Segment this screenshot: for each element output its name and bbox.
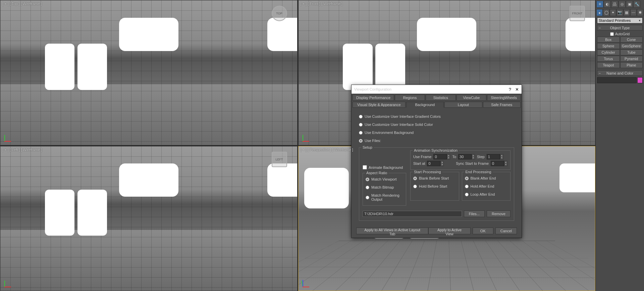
tab-viewcube[interactable]: ViewCube xyxy=(457,95,487,101)
viewport-top[interactable]: [ + ] [ Top ] [ Wireframe ] TOP xyxy=(0,0,298,145)
axis-gizmo xyxy=(4,132,14,142)
cancel-button[interactable]: Cancel xyxy=(495,228,517,234)
panel-tabs: ✳ ◐ 品 ◎ ▣ 🔧 xyxy=(596,0,644,8)
tab-statistics[interactable]: Statistics xyxy=(426,95,456,101)
motion-tab-icon[interactable]: ◎ xyxy=(619,1,626,8)
tab-regions[interactable]: Regions xyxy=(395,95,425,101)
to-spinner[interactable] xyxy=(458,154,472,159)
radio-blank-before[interactable] xyxy=(413,177,417,180)
radio-blank-after[interactable] xyxy=(465,177,469,180)
axis-gizmo xyxy=(303,132,313,142)
object-type-rollout[interactable]: Object Type xyxy=(597,25,643,31)
start-at-spinner[interactable] xyxy=(427,161,440,166)
viewport-front-label[interactable]: [ + ] [ Front ] [ Wireframe ] xyxy=(301,2,343,6)
radio-use-files[interactable] xyxy=(359,139,363,143)
apply-active-view-button[interactable]: Apply to Active View xyxy=(428,228,471,234)
tab-layout[interactable]: Layout xyxy=(444,102,482,108)
setup-group: Setup Animate Background Aspect Ratio Ma… xyxy=(359,147,514,221)
ok-button[interactable]: OK xyxy=(473,228,493,234)
plane-button[interactable]: Plane xyxy=(620,62,643,68)
torus-button[interactable]: Torus xyxy=(597,56,620,62)
radio-environment[interactable] xyxy=(359,131,363,135)
shapes-icon[interactable]: ◯ xyxy=(603,9,609,16)
helpers-icon[interactable]: ▦ xyxy=(624,9,630,16)
radio-solid[interactable] xyxy=(359,123,363,127)
object-color-swatch[interactable] xyxy=(637,77,643,83)
name-color-rollout[interactable]: Name and Color xyxy=(597,70,643,76)
tab-display-performance[interactable]: Display Performance xyxy=(353,95,394,101)
spacewarps-icon[interactable]: 〰 xyxy=(630,9,637,16)
cone-button[interactable]: Cone xyxy=(620,37,643,43)
tab-visual-style[interactable]: Visual Style & Appearance xyxy=(353,102,406,108)
teapot-button[interactable]: Teapot xyxy=(597,62,620,68)
animate-background-checkbox[interactable] xyxy=(363,165,367,169)
object-name-input[interactable] xyxy=(597,77,637,83)
dialog-title: Viewport Configuration xyxy=(354,87,391,91)
apply-all-views-button[interactable]: Apply to All Views in Active Layout Tab xyxy=(356,228,428,234)
tube-button[interactable]: Tube xyxy=(620,49,643,55)
display-tab-icon[interactable]: ▣ xyxy=(626,1,633,8)
viewport-left[interactable]: [ + ] [ Left ] [ Wireframe ] LEFT xyxy=(0,146,298,291)
spinner-arrows[interactable] xyxy=(440,161,444,166)
help-icon[interactable]: ? xyxy=(509,87,511,92)
create-tab-icon[interactable]: ✳ xyxy=(596,1,603,8)
axis-gizmo xyxy=(4,277,14,287)
geometry-icon[interactable]: ● xyxy=(596,9,603,16)
create-subtabs: ● ◯ ✦ 📷 ▦ 〰 ✱ xyxy=(596,8,644,17)
viewport-configuration-dialog: Viewport Configuration ? ✕ Display Perfo… xyxy=(351,85,522,238)
pyramid-button[interactable]: Pyramid xyxy=(620,56,643,62)
geosphere-button[interactable]: GeoSphere xyxy=(620,43,643,49)
tab-background[interactable]: Background xyxy=(406,102,444,108)
radio-hold-before[interactable] xyxy=(413,185,417,188)
sphere-button[interactable]: Sphere xyxy=(597,43,620,49)
remove-button[interactable]: Remove xyxy=(487,210,511,217)
file-path-input[interactable] xyxy=(363,211,462,217)
radio-gradient[interactable] xyxy=(359,115,363,118)
tab-steeringwheels[interactable]: SteeringWheels xyxy=(487,95,521,101)
spinner-arrows[interactable] xyxy=(447,154,450,159)
viewport-perspective-label[interactable]: [ + ] [ Perspective ] [ Wireframe ] xyxy=(301,148,353,152)
utilities-tab-icon[interactable]: 🔧 xyxy=(633,1,640,8)
radio-match-bitmap[interactable] xyxy=(366,186,369,189)
modify-tab-icon[interactable]: ◐ xyxy=(604,1,611,8)
spinner-arrows[interactable] xyxy=(472,154,475,159)
spinner-arrows[interactable] xyxy=(500,154,503,159)
radio-match-viewport[interactable] xyxy=(366,178,369,181)
viewport-left-label[interactable]: [ + ] [ Left ] [ Wireframe ] xyxy=(2,148,42,152)
cameras-icon[interactable]: 📷 xyxy=(616,9,623,16)
step-spinner[interactable] xyxy=(487,154,500,159)
spinner-arrows[interactable] xyxy=(504,161,507,166)
radio-loop-after[interactable] xyxy=(465,193,469,196)
dialog-titlebar[interactable]: Viewport Configuration ? ✕ xyxy=(352,85,522,94)
radio-hold-after[interactable] xyxy=(465,185,469,188)
cylinder-button[interactable]: Cylinder xyxy=(597,49,620,55)
category-dropdown[interactable]: Standard Primitives xyxy=(597,17,643,23)
hierarchy-tab-icon[interactable]: 品 xyxy=(611,1,618,8)
files-button[interactable]: Files... xyxy=(464,210,485,217)
lights-icon[interactable]: ✦ xyxy=(610,9,616,16)
use-frame-spinner[interactable] xyxy=(433,154,447,159)
sync-start-spinner[interactable] xyxy=(491,161,504,166)
tab-safe-frames[interactable]: Safe Frames xyxy=(483,102,521,108)
radio-match-rendering[interactable] xyxy=(366,196,369,199)
viewport-top-label[interactable]: [ + ] [ Top ] [ Wireframe ] xyxy=(2,2,42,6)
box-button[interactable]: Box xyxy=(597,37,620,43)
viewcube-left[interactable]: LEFT xyxy=(272,152,287,167)
command-panel: ✳ ◐ 品 ◎ ▣ 🔧 ● ◯ ✦ 📷 ▦ 〰 ✱ Standard Primi… xyxy=(595,0,644,291)
viewcube-top[interactable]: TOP xyxy=(272,6,287,21)
viewcube-front[interactable]: FRONT xyxy=(570,6,585,21)
autogrid-label: AutoGrid xyxy=(615,32,630,36)
systems-icon[interactable]: ✱ xyxy=(637,9,643,16)
axis-gizmo xyxy=(303,277,313,287)
close-icon[interactable]: ✕ xyxy=(515,87,519,92)
autogrid-checkbox[interactable] xyxy=(610,32,614,36)
